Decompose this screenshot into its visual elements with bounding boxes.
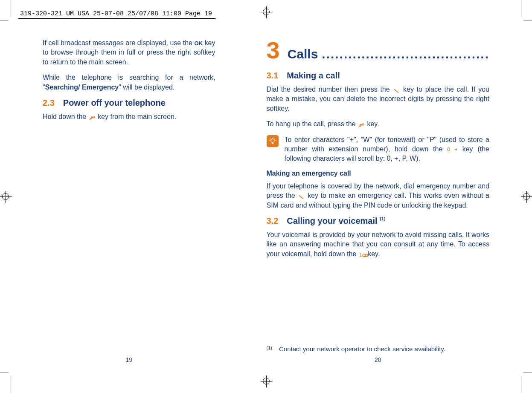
lightbulb-icon	[267, 135, 279, 147]
end-key-icon	[358, 121, 365, 127]
ok-key-icon: OK	[195, 40, 203, 47]
chapter-title: Calls	[288, 47, 318, 61]
registration-mark-left	[2, 193, 9, 200]
tip-box: To enter characters "+", "W" (for tonewa…	[267, 135, 490, 164]
body-paragraph: Hold down the key from the main screen.	[43, 112, 215, 121]
page-number-left: 19	[17, 356, 241, 363]
svg-text:1: 1	[359, 252, 362, 257]
heading-number: 3.1	[267, 71, 279, 80]
text: If cell broadcast messages are displayed…	[43, 39, 195, 46]
registration-mark-bottom	[263, 378, 270, 384]
page-left: If cell broadcast messages are displayed…	[17, 23, 241, 370]
sub-heading: Making an emergency call	[267, 170, 490, 177]
section-heading-3-2: 3.2Calling your voicemail (1)	[267, 216, 490, 226]
svg-point-12	[363, 254, 365, 257]
svg-rect-10	[272, 142, 273, 144]
heading-title: Calling your voicemail (1)	[287, 216, 385, 225]
text: " will be displayed.	[119, 84, 174, 91]
text: key.	[367, 120, 379, 127]
svg-line-8	[270, 139, 271, 139]
body-paragraph: Your voicemail is provided by your netwo…	[267, 230, 490, 259]
print-header-info: 319-320-321_UM_USA_25-07-08 25/07/08 11:…	[18, 9, 215, 19]
footnote-marker: (1)	[267, 345, 272, 353]
text-bold: Searching/ Emergency	[45, 84, 119, 91]
heading-title: Making a call	[287, 71, 340, 80]
heading-title: Power off your telephone	[63, 98, 166, 107]
svg-point-13	[365, 254, 368, 257]
one-voicemail-key-icon: 1	[358, 251, 366, 257]
chapter-number: 3	[267, 38, 280, 62]
heading-number: 2.3	[43, 98, 55, 107]
text: Hold down the	[43, 113, 88, 120]
svg-point-4	[270, 139, 274, 142]
text: To enter characters "+", "W" (for tonewa…	[285, 136, 490, 153]
section-heading-3-1: 3.1Making a call	[267, 71, 490, 81]
text: To hang up the call, press the	[267, 120, 358, 127]
body-paragraph: To hang up the call, press the key.	[267, 119, 490, 129]
body-paragraph: While the telephone is searching for a n…	[43, 73, 215, 92]
zero-plus-key-icon: 0 +	[447, 146, 458, 153]
send-key-icon	[392, 87, 400, 93]
page-number-right: 20	[241, 356, 515, 363]
chapter-heading: 3 Calls ................................…	[267, 38, 490, 62]
text: key.	[368, 250, 380, 257]
footnote-text: Contact your network operator to check s…	[279, 345, 445, 353]
body-paragraph: If cell broadcast messages are displayed…	[43, 38, 215, 67]
page-right: 3 Calls ................................…	[241, 23, 515, 370]
text: key from the main screen.	[98, 113, 176, 120]
heading-number: 3.2	[267, 216, 279, 225]
footnote-ref: (1)	[380, 216, 385, 221]
end-key-icon	[88, 114, 96, 120]
chapter-dots: ......................................	[322, 47, 489, 61]
send-key-icon	[297, 193, 305, 199]
body-paragraph: If your telephone is covered by the netw…	[267, 182, 490, 210]
registration-mark-top	[263, 9, 270, 15]
footnote: (1) Contact your network operator to che…	[267, 345, 490, 353]
tip-text: To enter characters "+", "W" (for tonewa…	[285, 135, 490, 164]
text: Dial the desired number then press the	[267, 86, 393, 93]
spread-container: If cell broadcast messages are displayed…	[17, 23, 515, 370]
registration-mark-right	[523, 193, 530, 200]
section-heading-2-3: 2.3Power off your telephone	[43, 98, 215, 108]
svg-line-9	[274, 139, 275, 139]
body-paragraph: Dial the desired number then press the k…	[267, 85, 490, 113]
